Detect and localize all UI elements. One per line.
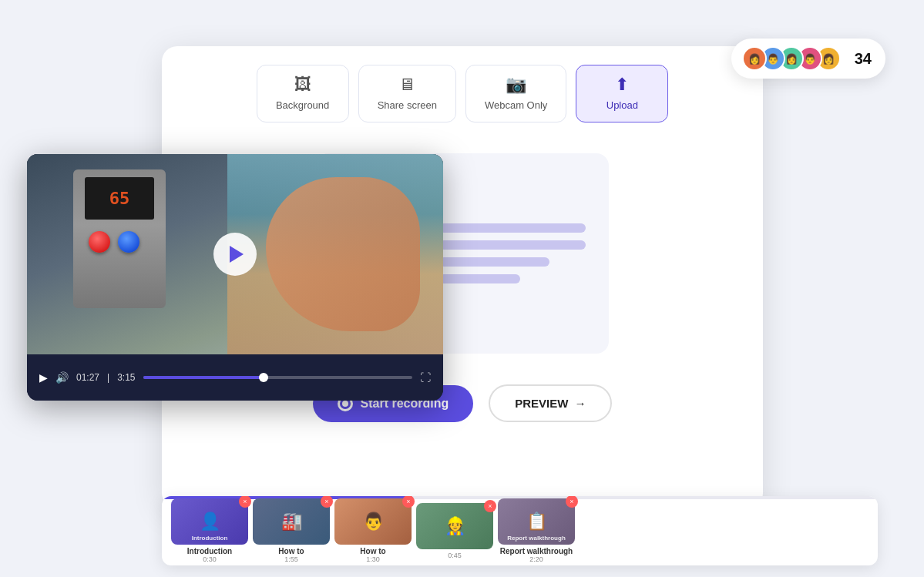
clip-close-man[interactable]: × [402,496,415,508]
clip-warehouse: × 🏭 How to 1:55 [253,498,330,563]
clip-label-warehouse: How to [278,547,304,555]
clip-duration-man: 1:30 [366,555,380,563]
timeline-strip: × 👤 Introduction Introduction 0:30 × 🏭 H… [162,496,878,565]
clip-thumb-worker: 👷 [416,503,493,549]
clip-close-introduction[interactable]: × [239,496,251,508]
tab-upload[interactable]: ⬆ Upload [576,65,668,122]
play-pause-icon[interactable]: ▶ [39,371,48,384]
volume-icon[interactable]: 🔊 [55,371,69,384]
upload-icon: ⬆ [615,76,629,93]
tab-background-label: Background [276,99,329,111]
avatars-widget: 👩 👨 👩 👨 👩 34 [731,39,885,79]
total-time: 3:15 [117,372,135,383]
play-button[interactable] [213,233,257,276]
clip-thumb-man: 👨 [334,498,412,545]
clip-duration-warehouse: 1:55 [284,555,298,563]
machine-buttons [89,231,139,253]
clip-close-worker[interactable]: × [484,500,496,512]
tab-bar: 🖼 Background 🖥 Share screen 📷 Webcam Onl… [162,46,763,122]
avatar-count: 34 [855,50,872,68]
clip-worker: × 👷 0:45 [416,503,493,559]
background-icon: 🖼 [294,76,311,93]
video-controls: ▶ 🔊 01:27 | 3:15 ⛶ [27,354,443,401]
time-separator: | [107,372,109,383]
clip-thumb-introduction: 👤 Introduction [171,498,248,545]
video-progress-fill [143,376,264,379]
tab-upload-label: Upload [606,99,638,111]
tab-share-screen[interactable]: 🖥 Share screen [358,65,456,122]
clip-label-introduction: Introduction [187,547,232,555]
clip-intro-overlay-label: Introduction [171,535,248,542]
preview-button[interactable]: PREVIEW → [489,384,612,422]
tab-webcam-only[interactable]: 📷 Webcam Only [465,65,566,122]
clip-duration-worker: 0:45 [448,552,462,559]
clip-label-report: Report walkthrough [500,547,573,555]
share-screen-icon: 🖥 [398,76,415,93]
clip-label-man: How to [360,547,385,555]
placeholder-line-1 [439,223,586,233]
preview-label: PREVIEW [515,397,568,410]
clip-duration-report: 2:20 [529,555,543,563]
machine-btn-red [89,231,110,253]
video-scene: 65 [27,154,443,354]
placeholder-line-3 [439,257,549,267]
play-triangle-icon [230,246,244,263]
arrow-icon: → [574,397,586,410]
progress-dot [259,373,268,382]
machine-btn-blue [118,231,139,253]
tab-background[interactable]: 🖼 Background [257,65,349,122]
tab-webcam-label: Webcam Only [485,99,547,111]
current-time: 01:27 [76,372,99,383]
tab-share-screen-label: Share screen [378,99,437,111]
webcam-icon: 📷 [506,76,526,93]
clip-close-warehouse[interactable]: × [321,496,333,508]
clip-thumb-bg-warehouse: 🏭 [253,498,330,545]
placeholder-line-4 [439,274,520,283]
clip-report: × 📋 Report walkthrough Report walkthroug… [498,498,575,563]
placeholder-lines [439,223,586,283]
avatar-stack: 👩 👨 👩 👨 👩 [742,46,835,71]
clip-report-overlay-label: Report walkthrough [498,535,575,542]
video-progress-bar[interactable] [143,376,412,379]
avatar-1: 👩 [742,46,767,71]
video-player: 65 ▶ 🔊 01:27 | 3:15 ⛶ [27,154,443,401]
machine-screen: 65 [85,177,154,220]
fullscreen-icon[interactable]: ⛶ [420,371,431,384]
clip-thumb-warehouse: 🏭 [253,498,330,545]
placeholder-line-2 [439,240,586,250]
clip-thumb-report: 📋 Report walkthrough [498,498,575,545]
clip-thumb-bg-man: 👨 [334,498,412,545]
clip-introduction: × 👤 Introduction Introduction 0:30 [171,498,248,563]
clip-close-report[interactable]: × [566,496,578,508]
clip-thumb-bg-worker: 👷 [416,503,493,549]
record-dot [342,401,348,407]
clip-man: × 👨 How to 1:30 [334,498,412,563]
machine-panel: 65 [73,169,166,308]
clip-duration-introduction: 0:30 [203,555,217,563]
